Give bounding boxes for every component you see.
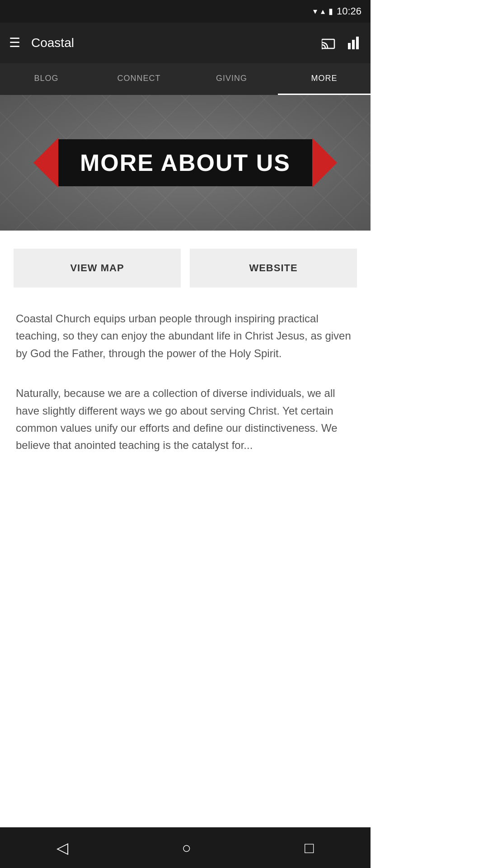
tab-more[interactable]: MORE	[278, 63, 371, 95]
hero-banner: MORE ABOUT US	[0, 95, 371, 231]
svg-rect-2	[348, 43, 351, 49]
website-button[interactable]: WEBSITE	[190, 249, 357, 288]
red-triangle-right	[312, 138, 337, 188]
paragraph-2: Naturally, because we are a collection o…	[16, 385, 355, 454]
battery-icon: ▮	[328, 6, 333, 16]
menu-icon[interactable]: ☰	[9, 37, 20, 49]
nav-tabs: BLOG CONNECT GIVING MORE	[0, 63, 371, 95]
signal-icon: ▴	[321, 6, 325, 16]
paragraph-1: Coastal Church equips urban people throu…	[16, 310, 355, 362]
wifi-icon: ▾	[313, 6, 317, 16]
tab-giving[interactable]: GIVING	[185, 63, 278, 95]
red-triangle-left	[33, 138, 58, 188]
svg-point-1	[322, 47, 323, 50]
tab-blog[interactable]: BLOG	[0, 63, 93, 95]
buttons-row: VIEW MAP WEBSITE	[0, 231, 371, 306]
chart-icon[interactable]	[348, 37, 361, 49]
status-icons: ▾ ▴ ▮ 10:26	[313, 5, 361, 17]
view-map-button[interactable]: VIEW MAP	[14, 249, 181, 288]
svg-rect-3	[352, 40, 355, 49]
content-body: Coastal Church equips urban people throu…	[0, 306, 371, 504]
app-bar-actions	[322, 37, 361, 49]
status-bar: ▾ ▴ ▮ 10:26	[0, 0, 371, 23]
tab-connect[interactable]: CONNECT	[93, 63, 185, 95]
title-box: MORE ABOUT US	[57, 139, 313, 186]
hero-title: MORE ABOUT US	[80, 149, 291, 176]
cast-icon[interactable]	[322, 37, 337, 49]
svg-rect-4	[356, 37, 359, 49]
back-button[interactable]: ◁	[56, 839, 68, 857]
app-title: Coastal	[31, 36, 322, 50]
app-bar: ☰ Coastal	[0, 23, 371, 63]
hero-title-container: MORE ABOUT US	[33, 138, 337, 188]
bottom-nav: ◁ ○ □	[0, 827, 371, 868]
recent-apps-button[interactable]: □	[305, 839, 314, 857]
status-time: 10:26	[337, 5, 361, 17]
home-button[interactable]: ○	[182, 839, 191, 857]
